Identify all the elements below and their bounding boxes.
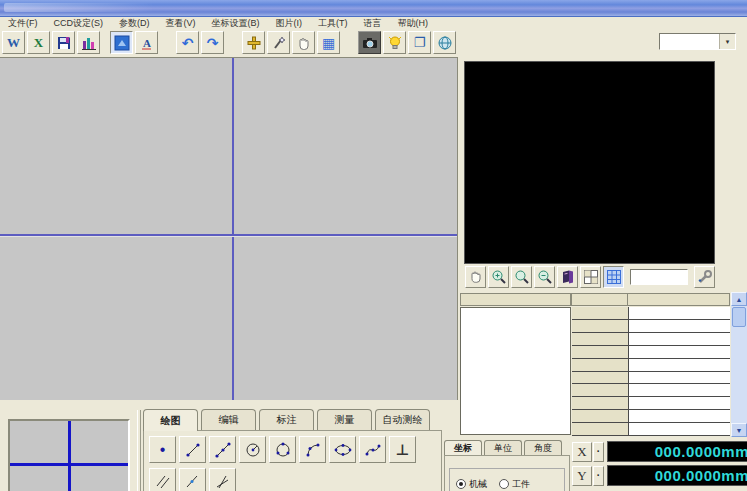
spline-icon <box>364 441 382 459</box>
image-settings-button[interactable] <box>110 31 133 54</box>
chevron-down-icon[interactable]: ▾ <box>719 34 735 49</box>
export-word-button[interactable]: W <box>2 31 25 54</box>
scroll-down-button[interactable]: ▼ <box>731 423 747 437</box>
tool-spline-button[interactable] <box>359 436 386 463</box>
y-axis-button[interactable]: Y <box>572 466 592 486</box>
font-settings-button[interactable]: A <box>135 31 158 54</box>
video-toolbar-input[interactable] <box>630 269 688 285</box>
video-pan-button[interactable] <box>465 266 486 288</box>
tool-parallel-button[interactable] <box>149 468 176 491</box>
x-axis-menu-button[interactable]: · <box>593 442 604 462</box>
preview-crosshair-horizontal <box>10 463 128 466</box>
menu-tools[interactable]: 工具(T) <box>310 17 356 30</box>
table-row[interactable] <box>572 384 730 397</box>
table-row[interactable] <box>572 346 730 359</box>
tool-arc-button[interactable] <box>299 436 326 463</box>
navigator-preview[interactable] <box>8 419 130 491</box>
grid-view-button[interactable]: ▦ <box>317 31 340 54</box>
save-button[interactable] <box>52 31 75 54</box>
scroll-up-button[interactable]: ▲ <box>731 292 747 306</box>
value-cell <box>629 397 730 409</box>
tool-circle-radius-button[interactable] <box>239 436 266 463</box>
table-row[interactable] <box>572 397 730 410</box>
tool-circle-button[interactable] <box>269 436 296 463</box>
tab-draw[interactable]: 绘图 <box>143 409 198 431</box>
report-chart-button[interactable] <box>77 31 100 54</box>
scrollbar-thumb[interactable] <box>732 307 746 327</box>
zoom-select-button[interactable] <box>511 266 532 288</box>
table-scrollbar[interactable]: ▲ ▼ <box>731 292 747 437</box>
radio-workpiece-coordinate[interactable]: 工件 <box>499 478 530 491</box>
property-cell <box>572 307 629 319</box>
pick-tool-button[interactable] <box>267 31 290 54</box>
save-icon <box>56 35 72 51</box>
table-row[interactable] <box>572 359 730 372</box>
tab-auto-measure[interactable]: 自动测绘 <box>375 409 430 430</box>
tool-bisector-button[interactable] <box>179 468 206 491</box>
crosshair-button[interactable] <box>242 31 265 54</box>
main-toolbar: W X A ↶ ↷ ▦ <box>0 29 747 56</box>
table-row[interactable] <box>572 320 730 333</box>
quadrant-view-button[interactable] <box>580 266 601 288</box>
tool-line-button[interactable] <box>179 436 206 463</box>
tab-measure[interactable]: 测量 <box>317 409 372 430</box>
dro-x-row: X · 000.0000mm <box>572 441 747 462</box>
toolbar-combobox[interactable]: ▾ <box>659 33 736 50</box>
draw-tools-body: • <box>143 430 442 491</box>
menu-language[interactable]: 语言 <box>356 17 390 30</box>
title-bar[interactable] <box>0 0 747 17</box>
radio-workpiece-label: 工件 <box>512 478 530 491</box>
video-tools-button[interactable] <box>694 266 715 288</box>
menu-help[interactable]: 帮助(H) <box>390 17 437 30</box>
tab-coordinate[interactable]: 坐标 <box>444 440 482 455</box>
menu-coordinate-settings[interactable]: 坐标设置(B) <box>204 17 268 30</box>
library-button[interactable] <box>557 266 578 288</box>
camera-capture-button[interactable] <box>358 31 381 54</box>
tab-unit[interactable]: 单位 <box>484 440 522 455</box>
word-icon: W <box>7 35 20 51</box>
zoom-out-button[interactable] <box>534 266 555 288</box>
tab-angle[interactable]: 角度 <box>524 440 562 455</box>
camera-video-display[interactable] <box>464 61 715 264</box>
undo-button[interactable]: ↶ <box>176 31 199 54</box>
menu-parameters[interactable]: 参数(D) <box>111 17 158 30</box>
radio-selected-icon <box>456 479 466 489</box>
feature-listbox[interactable] <box>460 307 571 435</box>
point-icon: • <box>160 442 166 458</box>
x-axis-button[interactable]: X <box>572 442 592 462</box>
menu-view[interactable]: 查看(V) <box>158 17 204 30</box>
language-globe-button[interactable] <box>433 31 456 54</box>
tab-edit[interactable]: 编辑 <box>201 409 256 430</box>
draw-tools-panel: 绘图 编辑 标注 测量 自动测绘 • <box>143 409 442 491</box>
redo-button[interactable]: ↷ <box>201 31 224 54</box>
table-row[interactable] <box>572 410 730 423</box>
export-excel-button[interactable]: X <box>27 31 50 54</box>
toolbar-combobox-input[interactable] <box>660 34 719 49</box>
light-bulb-icon <box>387 35 403 51</box>
tool-point-button[interactable]: • <box>149 436 176 463</box>
menu-ccd-settings[interactable]: CCD设定(S) <box>46 17 112 30</box>
table-row[interactable] <box>572 307 730 320</box>
y-axis-menu-button[interactable]: · <box>593 466 604 486</box>
tool-angle-button[interactable] <box>209 468 236 491</box>
table-row[interactable] <box>572 423 730 436</box>
drawing-workspace[interactable] <box>0 57 458 400</box>
light-control-button[interactable] <box>383 31 406 54</box>
book-icon <box>560 269 576 285</box>
menu-picture[interactable]: 图片(I) <box>268 17 311 30</box>
grid-overlay-button[interactable] <box>603 266 624 288</box>
font-settings-icon: A <box>139 35 155 51</box>
tool-polyline-button[interactable] <box>209 436 236 463</box>
window-layout-button[interactable]: ❐ <box>408 31 431 54</box>
draw-tabs: 绘图 编辑 标注 测量 自动测绘 <box>143 409 442 431</box>
tab-annotate[interactable]: 标注 <box>259 409 314 430</box>
value-cell <box>629 372 730 384</box>
pan-tool-button[interactable] <box>292 31 315 54</box>
zoom-in-button[interactable] <box>488 266 509 288</box>
tool-ellipse-button[interactable] <box>329 436 356 463</box>
table-row[interactable] <box>572 333 730 346</box>
menu-file[interactable]: 文件(F) <box>0 17 46 30</box>
table-row[interactable] <box>572 372 730 385</box>
tool-perpendicular-button[interactable]: ⊥ <box>389 436 416 463</box>
radio-machine-coordinate[interactable]: 机械 <box>456 478 487 491</box>
